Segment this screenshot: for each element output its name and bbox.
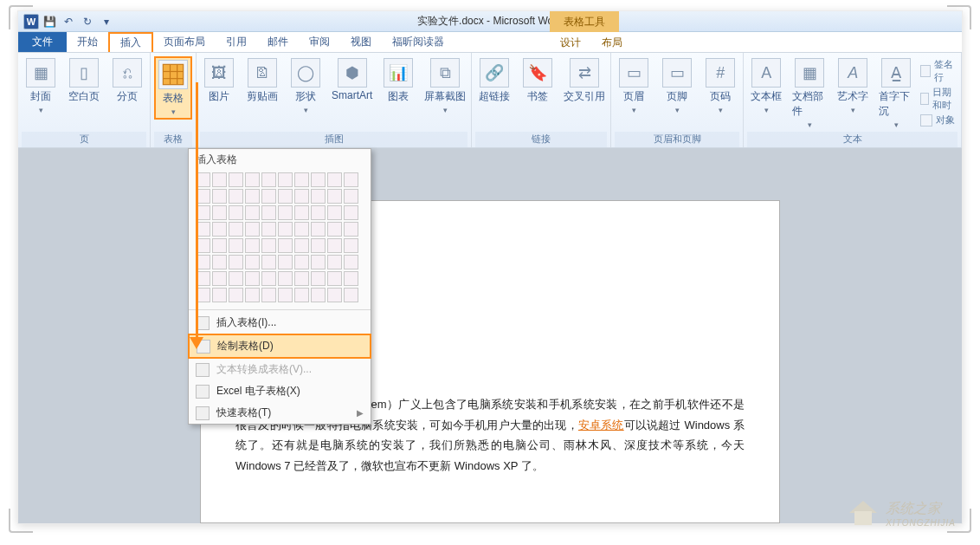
grid-cell[interactable] [245,271,260,286]
grid-cell[interactable] [294,255,309,269]
screenshot-button[interactable]: ⧉屏幕截图▾ [422,56,467,116]
page-break-button[interactable]: ⎌分页 [108,56,146,106]
grid-cell[interactable] [278,222,293,237]
tab-review[interactable]: 审阅 [299,32,340,52]
grid-cell[interactable] [245,172,260,187]
grid-cell[interactable] [196,222,210,237]
grid-cell[interactable] [294,222,309,237]
grid-cell[interactable] [261,172,276,187]
grid-cell[interactable] [212,172,227,187]
grid-cell[interactable] [294,189,309,204]
grid-cell[interactable] [229,271,243,286]
grid-cell[interactable] [196,172,210,187]
grid-cell[interactable] [196,271,210,286]
grid-cell[interactable] [311,172,326,187]
qat-dropdown[interactable]: ▾ [98,14,115,29]
shapes-button[interactable]: ◯形状▾ [287,56,325,116]
grid-cell[interactable] [311,288,326,302]
grid-cell[interactable] [261,189,276,204]
grid-cell[interactable] [229,189,243,204]
insert-table-item[interactable]: 插入表格(I)... [189,312,371,334]
grid-cell[interactable] [245,238,260,253]
undo-button[interactable]: ↶ [60,14,77,29]
grid-cell[interactable] [311,255,326,269]
grid-cell[interactable] [311,189,326,204]
grid-cell[interactable] [344,189,358,204]
textbox-button[interactable]: A文本框▾ [747,56,785,116]
grid-cell[interactable] [327,238,342,253]
grid-cell[interactable] [196,288,210,302]
tab-file[interactable]: 文件 [18,32,67,52]
grid-cell[interactable] [245,222,260,237]
grid-cell[interactable] [344,222,358,237]
grid-cell[interactable] [344,238,358,253]
grid-cell[interactable] [344,288,358,302]
grid-cell[interactable] [261,271,276,286]
grid-cell[interactable] [261,205,276,220]
grid-cell[interactable] [229,172,243,187]
grid-cell[interactable] [327,189,342,204]
blank-page-button[interactable]: ▯空白页 [65,56,103,106]
grid-cell[interactable] [294,271,309,286]
chart-button[interactable]: 📊图表 [379,56,417,106]
grid-cell[interactable] [261,288,276,302]
tab-page-layout[interactable]: 页面布局 [153,32,216,52]
grid-cell[interactable] [212,238,227,253]
grid-cell[interactable] [344,172,358,187]
object-button[interactable]: 对象 [920,114,957,127]
grid-cell[interactable] [294,172,309,187]
quickparts-button[interactable]: ▦文档部件▾ [790,56,828,131]
redo-button[interactable]: ↻ [79,14,96,29]
grid-cell[interactable] [311,222,326,237]
grid-cell[interactable] [278,189,293,204]
grid-cell[interactable] [327,255,342,269]
grid-cell[interactable] [245,205,260,220]
grid-cell[interactable] [278,172,293,187]
grid-cell[interactable] [294,288,309,302]
wordart-button[interactable]: A艺术字▾ [834,56,872,116]
picture-button[interactable]: 🖼图片 [200,56,238,106]
grid-cell[interactable] [278,238,293,253]
grid-cell[interactable] [245,255,260,269]
tab-design[interactable]: 设计 [550,32,591,53]
excel-spreadsheet-item[interactable]: Excel 电子表格(X) [189,380,371,402]
grid-cell[interactable] [344,205,358,220]
grid-cell[interactable] [327,288,342,302]
grid-cell[interactable] [229,222,243,237]
grid-cell[interactable] [344,271,358,286]
grid-cell[interactable] [212,288,227,302]
quick-tables-item[interactable]: 快速表格(T)▶ [189,402,371,424]
grid-cell[interactable] [245,189,260,204]
tab-references[interactable]: 引用 [216,32,257,52]
grid-cell[interactable] [196,205,210,220]
tab-mailings[interactable]: 邮件 [257,32,299,52]
tab-foxit[interactable]: 福昕阅读器 [382,32,455,52]
grid-cell[interactable] [278,205,293,220]
grid-cell[interactable] [212,205,227,220]
grid-cell[interactable] [327,172,342,187]
grid-cell[interactable] [261,255,276,269]
crossref-button[interactable]: ⇄交叉引用 [562,56,607,106]
grid-cell[interactable] [278,288,293,302]
signature-line-button[interactable]: 签名行 [920,58,957,84]
footer-button[interactable]: ▭页脚▾ [658,56,696,116]
grid-cell[interactable] [327,222,342,237]
grid-cell[interactable] [196,238,210,253]
grid-cell[interactable] [327,271,342,286]
grid-cell[interactable] [344,255,358,269]
grid-cell[interactable] [278,271,293,286]
grid-cell[interactable] [311,205,326,220]
smartart-button[interactable]: ⬢SmartArt [330,56,374,103]
save-button[interactable]: 💾 [41,14,58,29]
draw-table-item[interactable]: 绘制表格(D) [188,334,371,359]
table-size-grid[interactable] [189,171,371,308]
clipart-button[interactable]: 🖻剪贴画 [243,56,281,106]
grid-cell[interactable] [212,271,227,286]
grid-cell[interactable] [311,271,326,286]
date-time-button[interactable]: 日期和时 [920,86,957,112]
grid-cell[interactable] [229,255,243,269]
grid-cell[interactable] [229,238,243,253]
convert-text-item[interactable]: 文本转换成表格(V)... [189,359,371,380]
grid-cell[interactable] [278,255,293,269]
tab-layout[interactable]: 布局 [591,32,633,53]
